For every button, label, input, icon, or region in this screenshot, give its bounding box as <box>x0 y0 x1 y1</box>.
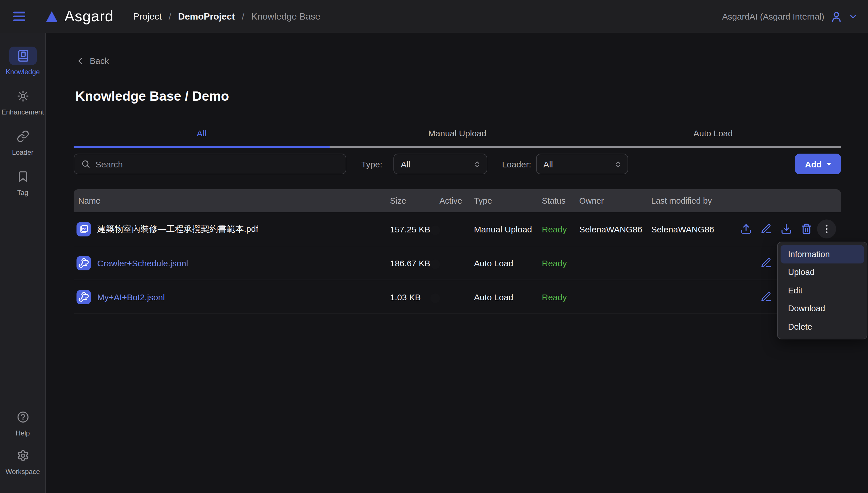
knowledge-table: Name Size Active Type Status Owner Last … <box>73 189 841 314</box>
type-select-value: All <box>400 159 410 169</box>
top-bar: Asgard Project / DemoProject / Knowledge… <box>0 0 868 33</box>
sidebar-item-knowledge[interactable]: Knowledge <box>0 47 46 76</box>
edit-pen-icon[interactable] <box>760 257 772 269</box>
breadcrumb-separator: / <box>242 11 244 22</box>
status-badge: Ready <box>542 224 579 234</box>
search-icon <box>81 159 90 169</box>
sidebar-item-loader[interactable]: Loader <box>0 127 46 156</box>
sidebar-item-tag[interactable]: Tag <box>0 167 46 197</box>
tab-bar: All Manual Upload Auto Load <box>73 125 841 148</box>
chevron-down-icon[interactable] <box>848 12 858 21</box>
logo-text: Asgard <box>64 7 114 25</box>
breadcrumb-knowledge-base: Knowledge Base <box>252 11 320 22</box>
breadcrumb-project[interactable]: Project <box>133 11 162 22</box>
app-logo[interactable]: Asgard <box>44 7 114 25</box>
column-header-active: Active <box>439 196 474 206</box>
column-header-owner: Owner <box>579 196 651 206</box>
column-header-last-modified: Last modified by <box>651 196 737 206</box>
sidebar-item-label: Workspace <box>5 468 40 476</box>
sidebar-top-group: Knowledge Enhancement Loader Tag <box>0 47 46 197</box>
type-filter-label: Type: <box>361 159 382 169</box>
sidebar-item-help[interactable]: Help <box>0 408 46 437</box>
sidebar-item-workspace[interactable]: Workspace <box>0 446 46 476</box>
chevron-left-icon <box>77 57 85 65</box>
download-icon[interactable] <box>781 223 792 235</box>
sidebar: Knowledge Enhancement Loader Tag <box>0 33 46 493</box>
last-modified-by: SelenaWANG86 <box>651 224 737 234</box>
sidebar-item-label: Tag <box>17 189 28 197</box>
loader-select[interactable]: All <box>536 154 628 174</box>
search-input[interactable] <box>95 159 339 169</box>
main-content: Back Knowledge Base / Demo All Manual Up… <box>46 33 868 493</box>
tab-all[interactable]: All <box>73 125 329 146</box>
sidebar-item-label: Enhancement <box>1 108 44 116</box>
gear-icon <box>16 449 29 462</box>
file-name[interactable]: 建築物室內裝修—工程承攬契約書範本.pdf <box>97 223 258 234</box>
menu-item-delete[interactable]: Delete <box>781 318 864 336</box>
kebab-icon <box>821 223 832 235</box>
edit-pen-icon[interactable] <box>760 291 772 303</box>
breadcrumb-demo-project[interactable]: DemoProject <box>178 11 235 22</box>
page-title: Knowledge Base / Demo <box>75 89 229 104</box>
screenshot-viewport: Asgard Project / DemoProject / Knowledge… <box>0 0 868 493</box>
menu-item-download[interactable]: Download <box>781 299 864 318</box>
file-type: Manual Upload <box>474 224 542 234</box>
svg-text:PDF: PDF <box>82 227 87 230</box>
chevrons-up-down-icon <box>614 160 622 168</box>
filter-controls: Type: All Loader: All Add <box>73 154 841 174</box>
sidebar-bottom-group: Help Workspace <box>0 408 46 476</box>
menu-hamburger-icon[interactable] <box>12 8 27 24</box>
column-header-size: Size <box>390 196 439 206</box>
jsonl-file-icon <box>77 290 91 304</box>
search-box[interactable] <box>73 154 346 174</box>
status-badge: Ready <box>542 292 579 302</box>
menu-item-information[interactable]: Information <box>781 245 864 263</box>
loader-select-value: All <box>543 159 553 169</box>
column-header-name: Name <box>73 196 390 206</box>
more-actions-button[interactable] <box>821 223 832 235</box>
file-name-link[interactable]: My+AI+Bot2.jsonl <box>97 292 165 302</box>
menu-item-edit[interactable]: Edit <box>781 281 864 299</box>
link-icon <box>16 130 29 143</box>
loader-filter-label: Loader: <box>502 159 531 169</box>
add-button-label: Add <box>805 159 822 169</box>
column-header-type: Type <box>474 196 542 206</box>
owner: SelenaWANG86 <box>579 224 651 234</box>
breadcrumb-separator: / <box>169 11 171 22</box>
chevrons-up-down-icon <box>473 160 481 168</box>
logo-triangle-icon <box>44 9 59 23</box>
menu-item-upload[interactable]: Upload <box>781 263 864 281</box>
table-row: Crawler+Schedule.jsonl 186.67 KB Auto Lo… <box>73 246 841 280</box>
tab-auto-load[interactable]: Auto Load <box>585 125 841 146</box>
type-select[interactable]: All <box>393 154 487 174</box>
file-name-link[interactable]: Crawler+Schedule.jsonl <box>97 258 188 268</box>
user-label: AsgardAI (Asgard Internal) <box>722 12 824 21</box>
file-type: Auto Load <box>474 292 542 302</box>
toggle-knob <box>430 293 440 303</box>
back-button[interactable]: Back <box>77 56 109 66</box>
user-avatar-icon[interactable] <box>830 10 843 23</box>
sidebar-item-label: Loader <box>12 148 34 156</box>
file-type: Auto Load <box>474 258 542 268</box>
book-icon <box>16 49 29 62</box>
jsonl-file-icon <box>77 256 91 270</box>
toggle-knob <box>430 259 440 269</box>
app-window: Asgard Project / DemoProject / Knowledge… <box>0 0 868 493</box>
upload-icon[interactable] <box>740 223 752 235</box>
sidebar-item-enhancement[interactable]: Enhancement <box>0 87 46 116</box>
column-header-status: Status <box>542 196 579 206</box>
toggle-knob <box>430 225 440 235</box>
breadcrumb: Project / DemoProject / Knowledge Base <box>133 11 320 22</box>
file-name-cell: PDF 建築物室內裝修—工程承攬契約書範本.pdf <box>73 222 390 236</box>
row-actions <box>737 223 841 235</box>
add-button[interactable]: Add <box>795 154 841 174</box>
trash-icon[interactable] <box>801 223 812 235</box>
tab-manual-upload[interactable]: Manual Upload <box>329 125 585 146</box>
user-menu[interactable]: AsgardAI (Asgard Internal) <box>722 10 858 23</box>
edit-pen-icon[interactable] <box>760 223 772 235</box>
sun-icon <box>16 90 29 102</box>
file-name-cell: Crawler+Schedule.jsonl <box>73 256 390 270</box>
sidebar-item-label: Help <box>16 429 30 437</box>
file-name-cell: My+AI+Bot2.jsonl <box>73 290 390 304</box>
sidebar-item-label: Knowledge <box>6 68 40 76</box>
